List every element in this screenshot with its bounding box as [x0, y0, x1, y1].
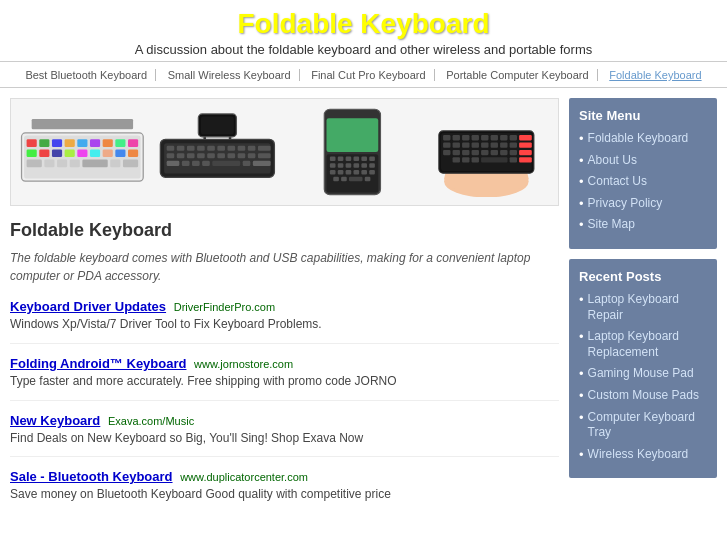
svg-rect-49	[258, 153, 271, 158]
svg-rect-55	[242, 161, 250, 166]
svg-rect-4	[52, 139, 62, 147]
svg-rect-75	[337, 170, 343, 175]
recent-link[interactable]: Wireless Keyboard	[588, 447, 689, 463]
svg-rect-37	[237, 146, 245, 151]
svg-rect-14	[65, 149, 75, 157]
svg-rect-22	[57, 160, 67, 168]
svg-rect-124	[510, 157, 517, 162]
site-menu-box: Site Menu Foldable KeyboardAbout UsConta…	[569, 98, 717, 249]
svg-rect-79	[369, 170, 375, 175]
svg-rect-71	[353, 163, 359, 168]
ad-item: Folding Android™ Keyboard www.jornostore…	[10, 356, 559, 401]
svg-rect-104	[462, 142, 469, 147]
svg-rect-70	[345, 163, 351, 168]
nav-link-4[interactable]: Portable Computer Keyboard	[438, 69, 597, 81]
svg-rect-68	[329, 163, 335, 168]
svg-rect-103	[453, 142, 460, 147]
svg-rect-110	[519, 142, 532, 147]
svg-rect-50	[166, 161, 179, 166]
svg-rect-123	[481, 157, 507, 162]
recent-link[interactable]: Gaming Mouse Pad	[588, 366, 694, 382]
menu-item: Contact Us	[579, 174, 707, 190]
ad-description: Windows Xp/Vista/7 Driver Tool to Fix Ke…	[10, 316, 559, 333]
recent-link[interactable]: Laptop Keyboard Repair	[588, 292, 707, 323]
nav-link-5[interactable]: Foldable Keyboard	[601, 69, 709, 81]
nav-link-3[interactable]: Final Cut Pro Keyboard	[303, 69, 434, 81]
ad-source: DriverFinderPro.com	[174, 301, 275, 313]
svg-rect-117	[500, 150, 507, 155]
svg-rect-67	[369, 157, 375, 162]
svg-rect-20	[27, 160, 42, 168]
svg-rect-64	[345, 157, 351, 162]
svg-rect-40	[166, 153, 174, 158]
svg-rect-23	[70, 160, 80, 168]
svg-rect-94	[453, 135, 460, 140]
recent-link[interactable]: Custom Mouse Pads	[588, 388, 699, 404]
main-layout: Foldable Keyboard The foldable keyboard …	[0, 88, 727, 535]
svg-rect-108	[500, 142, 507, 147]
ads-list: Keyboard Driver Updates DriverFinderPro.…	[10, 299, 559, 513]
recent-link[interactable]: Computer Keyboard Tray	[588, 410, 707, 441]
svg-rect-63	[337, 157, 343, 162]
menu-link[interactable]: Foldable Keyboard	[588, 131, 689, 147]
svg-rect-102	[443, 142, 450, 147]
svg-rect-113	[462, 150, 469, 155]
svg-rect-54	[212, 161, 240, 166]
svg-rect-95	[462, 135, 469, 140]
ad-title[interactable]: Keyboard Driver Updates	[10, 299, 166, 314]
svg-rect-53	[202, 161, 210, 166]
svg-rect-11	[27, 149, 37, 157]
recent-item: Computer Keyboard Tray	[579, 410, 707, 441]
svg-rect-115	[481, 150, 488, 155]
svg-rect-112	[453, 150, 460, 155]
svg-rect-96	[472, 135, 479, 140]
page-header: Foldable Keyboard A discussion about the…	[0, 0, 727, 61]
svg-rect-10	[128, 139, 138, 147]
svg-rect-74	[329, 170, 335, 175]
ad-title[interactable]: New Keyboard	[10, 413, 100, 428]
svg-rect-30	[166, 146, 174, 151]
svg-rect-44	[207, 153, 215, 158]
svg-rect-17	[103, 149, 113, 157]
keyboard-image-1	[19, 107, 146, 197]
svg-rect-33	[197, 146, 205, 151]
svg-rect-122	[472, 157, 479, 162]
ad-source: Exava.com/Music	[108, 415, 194, 427]
ad-item: Sale - Bluetooth Keyboard www.duplicator…	[10, 469, 559, 513]
ad-item: Keyboard Driver Updates DriverFinderPro.…	[10, 299, 559, 344]
article-description: The foldable keyboard comes with Bluetoo…	[10, 249, 559, 285]
svg-rect-111	[443, 150, 450, 155]
svg-rect-107	[491, 142, 498, 147]
ad-item: New Keyboard Exava.com/Music Find Deals …	[10, 413, 559, 458]
svg-rect-24	[82, 160, 107, 168]
nav-link-2[interactable]: Small Wireless Keyboard	[160, 69, 300, 81]
svg-rect-114	[472, 150, 479, 155]
ad-title[interactable]: Sale - Bluetooth Keyboard	[10, 469, 173, 484]
svg-rect-34	[207, 146, 215, 151]
svg-rect-73	[369, 163, 375, 168]
svg-rect-6	[77, 139, 87, 147]
svg-rect-7	[90, 139, 100, 147]
menu-link[interactable]: Contact Us	[588, 174, 647, 190]
nav-link-1[interactable]: Best Bluetooth Keyboard	[17, 69, 156, 81]
svg-rect-25	[110, 160, 120, 168]
svg-rect-62	[329, 157, 335, 162]
menu-link[interactable]: Privacy Policy	[588, 196, 663, 212]
ad-title[interactable]: Folding Android™ Keyboard	[10, 356, 186, 371]
svg-rect-80	[333, 177, 339, 182]
menu-link[interactable]: About Us	[588, 153, 637, 169]
svg-rect-2	[27, 139, 37, 147]
svg-rect-52	[192, 161, 200, 166]
page-tagline: A discussion about the foldable keyboard…	[0, 42, 727, 57]
svg-rect-69	[337, 163, 343, 168]
menu-link[interactable]: Site Map	[588, 217, 635, 233]
site-menu-list: Foldable KeyboardAbout UsContact UsPriva…	[579, 131, 707, 233]
ad-description: Save money on Bluetooth Keyboard Good qu…	[10, 486, 559, 503]
sidebar: Site Menu Foldable KeyboardAbout UsConta…	[569, 98, 717, 525]
recent-posts-box: Recent Posts Laptop Keyboard RepairLapto…	[569, 259, 717, 478]
svg-rect-21	[44, 160, 54, 168]
svg-rect-105	[472, 142, 479, 147]
svg-rect-97	[481, 135, 488, 140]
recent-link[interactable]: Laptop Keyboard Replacement	[588, 329, 707, 360]
recent-item: Laptop Keyboard Replacement	[579, 329, 707, 360]
